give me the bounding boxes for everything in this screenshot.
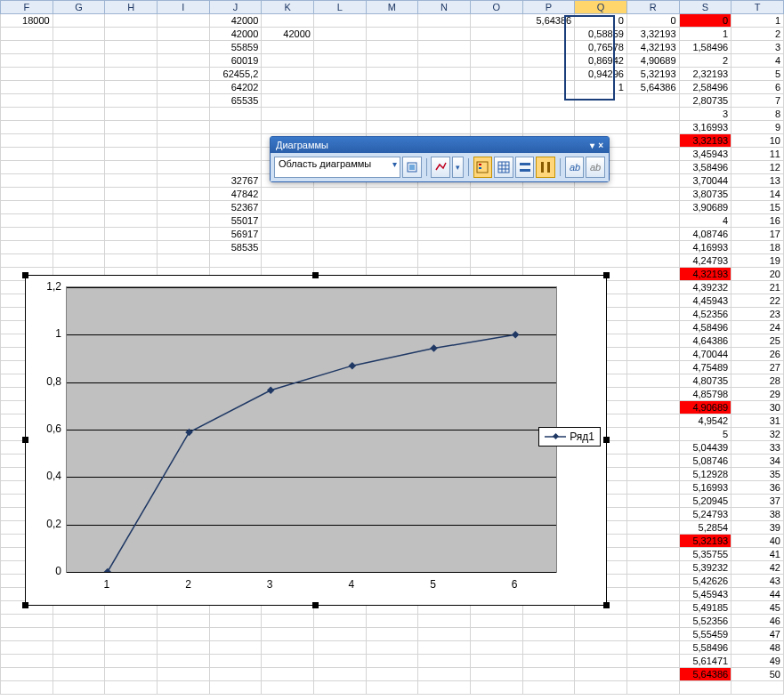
cell-I6[interactable] [157, 81, 209, 94]
cell-G18[interactable] [53, 241, 105, 254]
cell-Q16[interactable] [575, 214, 627, 228]
cell-I9[interactable] [157, 121, 209, 134]
cell-R31[interactable] [626, 414, 679, 428]
cell-K50[interactable] [262, 668, 314, 681]
cell-S6[interactable]: 2,58496 [679, 81, 731, 94]
col-header-J[interactable]: J [209, 1, 262, 14]
cell-P47[interactable] [522, 628, 575, 641]
cell-P1[interactable]: 5,64386 [522, 14, 575, 28]
cell-P3[interactable] [522, 41, 575, 54]
legend-toggle-button[interactable] [473, 157, 493, 178]
cell-K6[interactable] [262, 81, 314, 94]
cell-J7[interactable]: 65535 [209, 94, 262, 108]
cell-G50[interactable] [53, 668, 105, 681]
cell-N2[interactable] [418, 28, 471, 41]
cell-G4[interactable] [53, 54, 105, 68]
cell-K18[interactable] [262, 241, 314, 254]
cell-T23[interactable]: 23 [731, 308, 784, 321]
cell-M9[interactable] [366, 121, 418, 134]
col-header-H[interactable]: H [105, 1, 158, 14]
cell-R34[interactable] [626, 455, 679, 468]
cell-G15[interactable] [53, 201, 105, 214]
cell-M51[interactable] [366, 681, 418, 695]
cell-G11[interactable] [53, 148, 105, 161]
col-header-G[interactable]: G [53, 1, 105, 14]
cell-H8[interactable] [105, 108, 158, 121]
cell-L8[interactable] [313, 108, 366, 121]
cell-J15[interactable]: 52367 [209, 201, 262, 214]
cell-N14[interactable] [418, 188, 471, 201]
cell-G10[interactable] [53, 134, 105, 148]
cell-S42[interactable]: 5,39232 [679, 561, 731, 575]
cell-O4[interactable] [470, 54, 522, 68]
cell-R18[interactable] [626, 241, 679, 254]
cell-T5[interactable]: 5 [731, 68, 784, 81]
cell-S7[interactable]: 2,80735 [679, 94, 731, 108]
cell-I3[interactable] [157, 41, 209, 54]
cell-R11[interactable] [626, 148, 679, 161]
cell-M46[interactable] [366, 615, 418, 628]
cell-P51[interactable] [522, 681, 575, 695]
cell-H16[interactable] [105, 214, 158, 228]
cell-O6[interactable] [470, 81, 522, 94]
cell-T36[interactable]: 36 [731, 481, 784, 495]
chart-legend[interactable]: Ряд1 [538, 427, 601, 447]
cell-R16[interactable] [626, 214, 679, 228]
cell-J50[interactable] [209, 668, 262, 681]
cell-H14[interactable] [105, 188, 158, 201]
cell-R9[interactable] [626, 121, 679, 134]
cell-L46[interactable] [313, 615, 366, 628]
cell-J46[interactable] [209, 615, 262, 628]
cell-Q14[interactable] [575, 188, 627, 201]
cell-O17[interactable] [470, 228, 522, 241]
cell-R17[interactable] [626, 228, 679, 241]
cell-R19[interactable] [626, 254, 679, 268]
col-header-M[interactable]: M [366, 1, 418, 14]
cell-F8[interactable] [1, 108, 53, 121]
cell-S48[interactable]: 5,58496 [679, 641, 731, 655]
angle-cw-button[interactable]: ab [565, 157, 585, 178]
cell-R48[interactable] [626, 641, 679, 655]
cell-I13[interactable] [157, 174, 209, 188]
cell-P46[interactable] [522, 615, 575, 628]
cell-T48[interactable]: 48 [731, 641, 784, 655]
cell-S37[interactable]: 5,20945 [679, 495, 731, 508]
cell-R30[interactable] [626, 401, 679, 414]
cell-N5[interactable] [418, 68, 471, 81]
cell-T4[interactable]: 4 [731, 54, 784, 68]
cell-I12[interactable] [157, 161, 209, 174]
cell-M18[interactable] [366, 241, 418, 254]
cell-I2[interactable] [157, 28, 209, 41]
cell-S16[interactable]: 4 [679, 214, 731, 228]
cell-S45[interactable]: 5,49185 [679, 601, 731, 615]
cell-Q7[interactable] [575, 94, 627, 108]
cell-L1[interactable] [313, 14, 366, 28]
cell-R24[interactable] [626, 321, 679, 334]
cell-T26[interactable]: 26 [731, 348, 784, 361]
chart-object[interactable]: 00,20,40,60,811,2 123456 Ряд1 [25, 275, 607, 606]
cell-F9[interactable] [1, 121, 53, 134]
cell-S22[interactable]: 4,45943 [679, 294, 731, 308]
chart-plot-area[interactable] [66, 286, 557, 573]
cell-R51[interactable] [626, 681, 679, 695]
cell-R41[interactable] [626, 548, 679, 561]
cell-N3[interactable] [418, 41, 471, 54]
cell-J19[interactable] [209, 254, 262, 268]
cell-S15[interactable]: 3,90689 [679, 201, 731, 214]
cell-R39[interactable] [626, 521, 679, 535]
cell-J47[interactable] [209, 628, 262, 641]
cell-H5[interactable] [105, 68, 158, 81]
cell-F19[interactable] [1, 254, 53, 268]
cell-P50[interactable] [522, 668, 575, 681]
cell-T29[interactable]: 29 [731, 388, 784, 401]
col-header-S[interactable]: S [679, 1, 731, 14]
cell-M16[interactable] [366, 214, 418, 228]
cell-T49[interactable]: 49 [731, 655, 784, 668]
chart-type-button[interactable] [431, 157, 450, 178]
cell-S11[interactable]: 3,45943 [679, 148, 731, 161]
cell-I47[interactable] [157, 628, 209, 641]
cell-T37[interactable]: 37 [731, 495, 784, 508]
cell-P16[interactable] [522, 214, 575, 228]
cell-S30[interactable]: 4,90689 [679, 401, 731, 414]
cell-S12[interactable]: 3,58496 [679, 161, 731, 174]
